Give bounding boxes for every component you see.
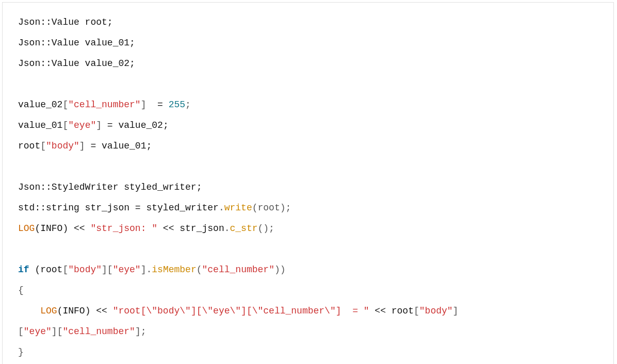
code-line: Json::Value value_02; (18, 58, 135, 69)
bracket: ] (96, 120, 102, 130)
indent (18, 306, 40, 316)
code-text: (root (29, 264, 63, 275)
dot: . (219, 203, 224, 213)
bracket: [ (40, 141, 46, 151)
code-text: (INFO) << (57, 306, 113, 316)
bracket: [ (414, 306, 419, 316)
bracket: [ (62, 264, 68, 275)
string-literal: "cell_number" (68, 100, 140, 110)
bracket: ]. (141, 264, 152, 275)
string-literal: "body" (419, 306, 453, 316)
code-line: value_02 (18, 100, 62, 110)
bracket: ]; (135, 326, 147, 337)
dot: . (224, 223, 230, 234)
bracket: ] (141, 100, 147, 110)
string-literal: "eye" (68, 120, 96, 130)
string-literal: "str_json: " (90, 223, 157, 234)
function-call: write (224, 203, 252, 213)
code-line: root (18, 141, 40, 151)
string-literal: "root[\"body\"][\"eye\"][\"cell_number\"… (113, 306, 369, 316)
bracket: ] (79, 141, 85, 151)
number-literal: 255 (169, 100, 185, 110)
string-literal: "eye" (113, 264, 141, 275)
function-call: c_str (230, 223, 258, 234)
brace: { (18, 285, 24, 295)
bracket: ][ (102, 264, 113, 275)
code-line: value_01 (18, 120, 62, 130)
code-text: << root (369, 306, 414, 316)
code-text: = (146, 100, 168, 110)
bracket: [ (62, 100, 68, 110)
brace: } (18, 347, 24, 357)
string-literal: "cell_number" (202, 264, 274, 275)
string-literal: "eye" (24, 326, 52, 337)
function-call: isMember (152, 264, 196, 275)
bracket: [ (62, 120, 68, 130)
paren: (root); (252, 203, 291, 213)
paren: )) (274, 264, 286, 275)
paren: (); (258, 223, 274, 234)
code-text: << str_json (157, 223, 224, 234)
code-text: = value_02; (102, 120, 169, 130)
bracket: ][ (52, 326, 63, 337)
code-block: Json::Value root; Json::Value value_01; … (2, 2, 614, 364)
bracket: [ (18, 326, 24, 337)
bracket: ] (453, 306, 459, 316)
string-literal: "body" (68, 264, 102, 275)
keyword: if (18, 264, 29, 275)
code-text: (INFO) << (35, 223, 90, 234)
code-line: Json::StyledWriter styled_writer; (18, 182, 202, 192)
string-literal: "body" (46, 141, 79, 151)
code-line: std::string str_json = styled_writer (18, 203, 219, 213)
code-line: Json::Value root; (18, 17, 113, 27)
string-literal: "cell_number" (62, 326, 135, 337)
macro: LOG (40, 306, 57, 316)
paren: ( (197, 264, 202, 275)
semicolon: ; (185, 100, 191, 110)
macro: LOG (18, 223, 35, 234)
code-text: = value_01; (85, 141, 152, 151)
code-line: Json::Value value_01; (18, 38, 135, 48)
